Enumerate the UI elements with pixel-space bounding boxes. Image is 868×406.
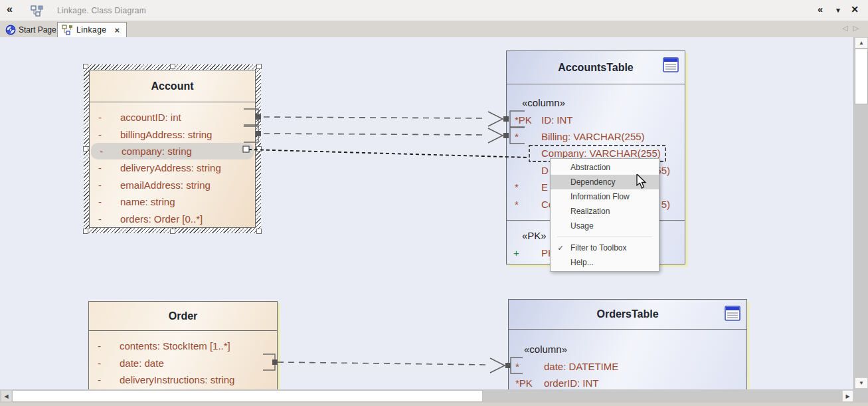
- start-page-icon: [5, 25, 16, 35]
- class-order[interactable]: Order -contents: StockItem [1..*] -date:…: [88, 301, 278, 389]
- attribute-emailaddress[interactable]: -emailAddress: string: [90, 177, 255, 193]
- tab-close-icon[interactable]: ×: [115, 25, 120, 35]
- class-account-title[interactable]: Account: [90, 70, 255, 102]
- diagram-icon: [31, 5, 44, 17]
- vertical-scrollbar[interactable]: ▲ ▼: [853, 37, 868, 389]
- attribute-orders[interactable]: -orders: Order [0..*]: [90, 210, 255, 227]
- scroll-left-icon[interactable]: ◀: [1, 390, 12, 402]
- column-id[interactable]: *PKID: INT: [507, 111, 685, 128]
- tab-nav-right-icon[interactable]: ▷: [853, 24, 864, 32]
- tab-start-page-label: Start Page: [19, 25, 56, 35]
- connector-billingaddress-to-billing[interactable]: [244, 126, 525, 144]
- stereotype-column: «column»: [509, 341, 746, 357]
- resize-handle[interactable]: [256, 146, 262, 152]
- mouse-cursor: [636, 174, 648, 190]
- horizontal-scrollbar-thumb[interactable]: [12, 390, 483, 402]
- window-titlebar: « Linkage. Class Diagram « ▼ ✕: [0, 0, 868, 21]
- menu-separator: [557, 237, 652, 237]
- tab-start-page[interactable]: Start Page: [1, 22, 63, 37]
- tab-bar: Start Page Linkage × ◁▷: [0, 21, 868, 37]
- menu-item-realization[interactable]: Realization: [551, 204, 659, 219]
- menu-item-abstraction[interactable]: Abstraction: [551, 160, 659, 175]
- window-bottom-edge: [0, 403, 868, 406]
- attribute-date[interactable]: -date: date: [89, 354, 277, 371]
- menu-item-usage[interactable]: Usage: [551, 219, 659, 233]
- selection-frame-account[interactable]: Account -accountID: int -billingAddress:…: [84, 64, 261, 233]
- table-element-icon: [724, 305, 741, 322]
- check-icon: ✓: [551, 244, 570, 253]
- column-orderid[interactable]: *PKorderID: INT: [509, 375, 746, 389]
- attribute-contents[interactable]: -contents: StockItem [1..*]: [89, 338, 277, 354]
- column-billing[interactable]: *Billing: VARCHAR(255): [507, 128, 685, 145]
- table-element-icon: [662, 56, 679, 74]
- attribute-company-selected[interactable]: -company: string: [91, 143, 254, 159]
- attribute-accountid[interactable]: -accountID: int: [90, 109, 255, 126]
- menu-item-help[interactable]: Help...: [551, 255, 659, 270]
- connector-orderdate-to-date[interactable]: [263, 354, 523, 373]
- attribute-name[interactable]: -name: string: [90, 193, 255, 210]
- menu-item-information-flow[interactable]: Information Flow: [551, 189, 659, 204]
- table-orderstable-title[interactable]: OrdersTable: [509, 300, 746, 330]
- vertical-scrollbar-thumb[interactable]: [855, 49, 868, 104]
- close-icon[interactable]: ✕: [851, 4, 859, 15]
- scroll-down-icon[interactable]: ▼: [855, 377, 868, 389]
- connector-accountid-to-id[interactable]: [244, 109, 525, 127]
- resize-handle[interactable]: [256, 229, 262, 234]
- class-order-title[interactable]: Order: [89, 302, 277, 331]
- resize-handle[interactable]: [83, 229, 88, 234]
- diagram-canvas[interactable]: Account -accountID: int -billingAddress:…: [0, 37, 853, 389]
- resize-handle[interactable]: [256, 64, 262, 69]
- attribute-deliveryaddress[interactable]: -deliveryAddress: string: [90, 159, 255, 176]
- collapse-panel-left-icon[interactable]: «: [7, 3, 13, 15]
- window-title: Linkage. Class Diagram: [57, 6, 146, 15]
- class-account[interactable]: Account -accountID: int -billingAddress:…: [89, 70, 256, 228]
- resize-handle[interactable]: [83, 64, 88, 69]
- dropdown-icon[interactable]: ▼: [835, 7, 841, 14]
- application-window: { "window": { "title": "Linkage. Class D…: [0, 0, 868, 406]
- collapse-panel-right-icon[interactable]: «: [818, 4, 823, 15]
- tab-nav-left-icon[interactable]: ◁: [842, 24, 853, 32]
- scrollbar-corner: [853, 389, 868, 403]
- resize-handle[interactable]: [83, 146, 88, 152]
- menu-item-filter-to-toolbox[interactable]: ✓Filter to Toolbox: [551, 241, 659, 255]
- table-accountstable-title[interactable]: AccountsTable: [507, 51, 685, 84]
- attribute-billingaddress[interactable]: -billingAddress: string: [90, 126, 255, 142]
- resize-handle[interactable]: [170, 64, 175, 69]
- table-orderstable[interactable]: OrdersTable «column» *date: DATETIME *PK…: [508, 299, 747, 389]
- scroll-up-icon[interactable]: ▲: [855, 37, 868, 49]
- attribute-deliveryinstructions[interactable]: -deliveryInstructions: string: [89, 371, 277, 388]
- tab-linkage[interactable]: Linkage ×: [57, 22, 127, 37]
- column-date[interactable]: *date: DATETIME: [509, 357, 746, 374]
- tab-linkage-label: Linkage: [76, 25, 107, 35]
- horizontal-scrollbar[interactable]: ◀ ▶: [0, 389, 853, 403]
- stereotype-column: «column»: [507, 94, 685, 111]
- diagram-icon: [62, 25, 74, 35]
- resize-handle[interactable]: [170, 229, 175, 234]
- scroll-right-icon[interactable]: ▶: [842, 390, 853, 402]
